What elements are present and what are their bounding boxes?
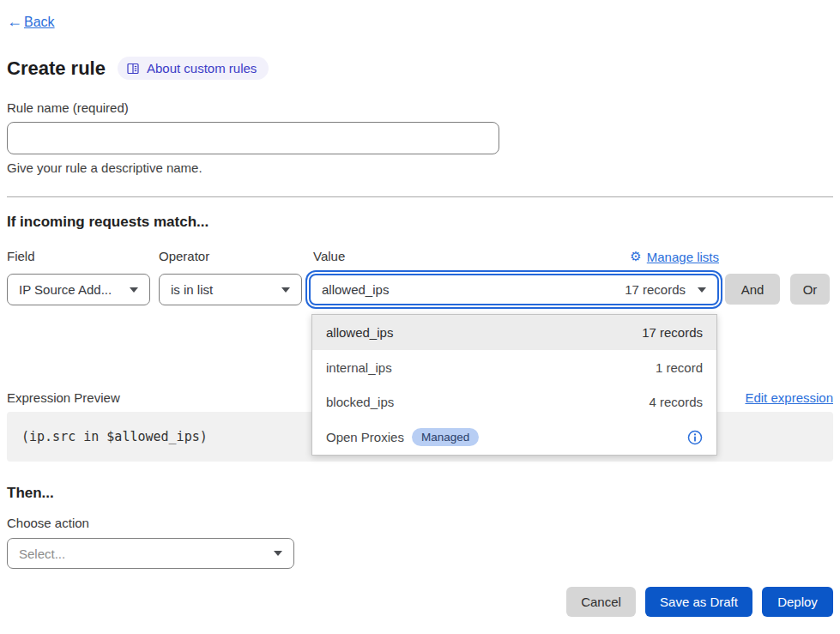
field-label: Field xyxy=(7,249,35,263)
cancel-button[interactable]: Cancel xyxy=(566,587,636,617)
arrow-left-icon: ← xyxy=(7,13,22,31)
field-select[interactable]: IP Source Add... xyxy=(7,274,150,305)
list-name: allowed_ips xyxy=(326,325,393,340)
about-custom-rules-link[interactable]: About custom rules xyxy=(118,57,269,80)
list-name: Open Proxies xyxy=(326,430,404,444)
dropdown-option-internal-ips[interactable]: internal_ips 1 record xyxy=(312,350,716,385)
edit-expression-link[interactable]: Edit expression xyxy=(745,390,833,405)
choose-action-label: Choose action xyxy=(7,516,89,530)
value-dropdown-panel: allowed_ips 17 records internal_ips 1 re… xyxy=(311,314,717,456)
action-select-placeholder: Select... xyxy=(19,546,65,561)
section-divider xyxy=(7,196,833,197)
managed-badge: Managed xyxy=(412,428,479,446)
rule-name-help-text: Give your rule a descriptive name. xyxy=(7,160,202,175)
and-button[interactable]: And xyxy=(725,274,780,305)
expression-code: (ip.src in $allowed_ips) xyxy=(21,429,208,444)
list-record-count: 4 records xyxy=(649,395,703,409)
dropdown-option-blocked-ips[interactable]: blocked_ips 4 records xyxy=(312,385,716,420)
title-row: Create rule About custom rules xyxy=(7,57,269,80)
chevron-down-icon xyxy=(281,287,290,293)
dropdown-option-allowed-ips[interactable]: allowed_ips 17 records xyxy=(312,315,716,350)
deploy-button[interactable]: Deploy xyxy=(762,587,833,617)
chevron-down-icon xyxy=(130,287,138,293)
gear-icon: ⚙ xyxy=(630,249,641,264)
create-rule-page: ← Back Create rule About custom rules Ru… xyxy=(0,0,840,634)
chevron-down-icon xyxy=(698,287,706,293)
chevron-down-icon xyxy=(274,551,282,556)
value-label: Value xyxy=(313,249,345,263)
rule-name-label: Rule name (required) xyxy=(7,100,129,115)
field-select-value: IP Source Add... xyxy=(19,282,112,297)
list-record-count: 1 record xyxy=(656,360,703,375)
operator-select-value: is in list xyxy=(171,282,213,297)
operator-select[interactable]: is in list xyxy=(159,274,302,305)
manage-lists-label: Manage lists xyxy=(647,250,719,264)
page-title: Create rule xyxy=(7,57,106,80)
expression-preview-label: Expression Preview xyxy=(7,390,120,405)
value-select-value: allowed_ips xyxy=(322,282,389,297)
about-custom-rules-label: About custom rules xyxy=(147,61,257,75)
action-select[interactable]: Select... xyxy=(7,538,294,569)
rule-name-input[interactable] xyxy=(7,122,499,154)
info-icon[interactable] xyxy=(687,430,703,445)
list-name: blocked_ips xyxy=(326,395,394,409)
value-select-record-count: 17 records xyxy=(625,282,686,297)
match-section-heading: If incoming requests match... xyxy=(7,214,208,231)
back-link-label: Back xyxy=(24,15,55,30)
save-as-draft-button[interactable]: Save as Draft xyxy=(645,587,752,617)
list-record-count: 17 records xyxy=(642,325,703,340)
dropdown-option-open-proxies[interactable]: Open Proxies Managed xyxy=(312,420,716,455)
manage-lists-link[interactable]: ⚙ Manage lists xyxy=(630,249,719,264)
list-name: internal_ips xyxy=(326,360,392,375)
then-section-heading: Then... xyxy=(7,485,54,502)
value-select[interactable]: allowed_ips 17 records xyxy=(309,274,719,305)
or-button[interactable]: Or xyxy=(790,274,830,305)
operator-label: Operator xyxy=(159,249,209,263)
back-link[interactable]: ← Back xyxy=(7,13,55,31)
book-icon xyxy=(126,62,140,75)
